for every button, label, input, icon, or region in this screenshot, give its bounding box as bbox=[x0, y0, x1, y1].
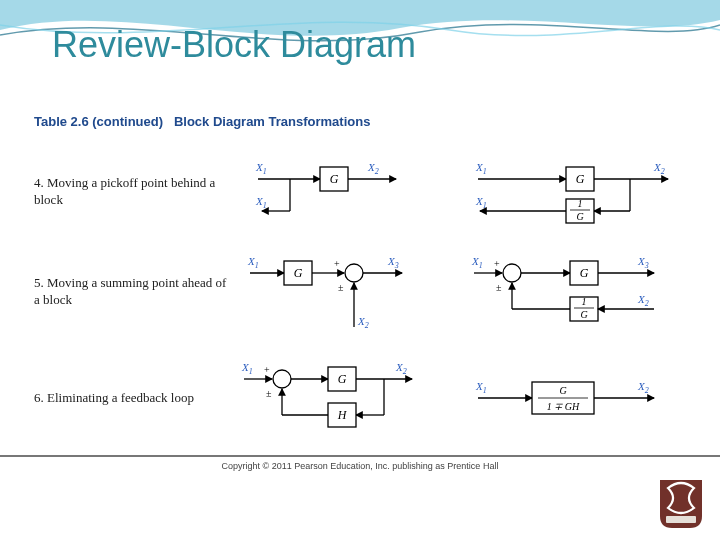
svg-point-55 bbox=[273, 370, 291, 388]
svg-text:X1: X1 bbox=[475, 195, 487, 210]
svg-text:G: G bbox=[294, 266, 303, 280]
svg-text:±: ± bbox=[266, 388, 272, 399]
publisher-logo bbox=[660, 480, 702, 528]
table-caption: Table 2.6 (continued) Block Diagram Tran… bbox=[34, 114, 370, 129]
svg-text:+: + bbox=[494, 258, 500, 269]
slide-title: Review-Block Diagram bbox=[52, 24, 416, 66]
svg-text:X1: X1 bbox=[255, 195, 267, 210]
svg-text:G: G bbox=[559, 385, 566, 396]
row-description: 6. Eliminating a feedback loop bbox=[34, 390, 228, 407]
svg-point-37 bbox=[503, 264, 521, 282]
row-description: 4. Moving a pickoff point behind a block bbox=[34, 175, 228, 209]
svg-text:G: G bbox=[576, 211, 583, 222]
svg-text:+: + bbox=[334, 258, 340, 269]
table-row: 4. Moving a pickoff point behind a block… bbox=[0, 145, 720, 239]
divider bbox=[0, 455, 720, 457]
row-description: 5. Moving a summing point ahead of a blo… bbox=[34, 275, 228, 309]
svg-text:G: G bbox=[580, 266, 589, 280]
svg-text:+: + bbox=[264, 364, 270, 375]
transformations-table: 4. Moving a pickoff point behind a block… bbox=[0, 145, 720, 471]
svg-text:1 ∓ GH: 1 ∓ GH bbox=[547, 401, 580, 412]
svg-text:G: G bbox=[576, 172, 585, 186]
svg-text:X2: X2 bbox=[367, 161, 379, 176]
svg-text:X1: X1 bbox=[255, 161, 267, 176]
copyright-text: Copyright © 2011 Pearson Education, Inc.… bbox=[0, 459, 720, 471]
svg-text:G: G bbox=[338, 372, 347, 386]
svg-text:X2: X2 bbox=[653, 161, 665, 176]
svg-text:G: G bbox=[330, 172, 339, 186]
svg-text:X2: X2 bbox=[637, 380, 649, 395]
diagram-5-original: X1 G + ± X3 X2 bbox=[228, 247, 428, 337]
svg-text:X3: X3 bbox=[637, 255, 649, 270]
svg-text:1: 1 bbox=[578, 198, 583, 209]
svg-point-28 bbox=[345, 264, 363, 282]
diagram-4-equivalent: X1 G X2 1 G X1 bbox=[458, 153, 688, 231]
svg-text:G: G bbox=[580, 309, 587, 320]
table-row: 5. Moving a summing point ahead of a blo… bbox=[0, 239, 720, 345]
svg-text:X2: X2 bbox=[637, 293, 649, 308]
svg-text:X2: X2 bbox=[357, 315, 369, 330]
svg-text:X2: X2 bbox=[395, 361, 407, 376]
svg-text:X1: X1 bbox=[475, 161, 487, 176]
svg-text:±: ± bbox=[496, 282, 502, 293]
diagram-6-original: X1 + ± G X2 H bbox=[228, 353, 428, 443]
diagram-6-equivalent: X1 G 1 ∓ GH X2 bbox=[458, 368, 688, 428]
svg-text:H: H bbox=[337, 408, 348, 422]
svg-text:X1: X1 bbox=[241, 361, 253, 376]
svg-rect-77 bbox=[666, 516, 696, 523]
svg-text:X1: X1 bbox=[247, 255, 259, 270]
svg-text:1: 1 bbox=[582, 296, 587, 307]
svg-text:±: ± bbox=[338, 282, 344, 293]
diagram-4-original: X1 G X2 X1 bbox=[228, 153, 428, 231]
svg-text:X1: X1 bbox=[471, 255, 483, 270]
table-row: 6. Eliminating a feedback loop X1 + ± G … bbox=[0, 345, 720, 451]
svg-text:X1: X1 bbox=[475, 380, 487, 395]
svg-text:X3: X3 bbox=[387, 255, 399, 270]
diagram-5-equivalent: X1 + ± G X3 1 G X2 bbox=[458, 247, 688, 337]
